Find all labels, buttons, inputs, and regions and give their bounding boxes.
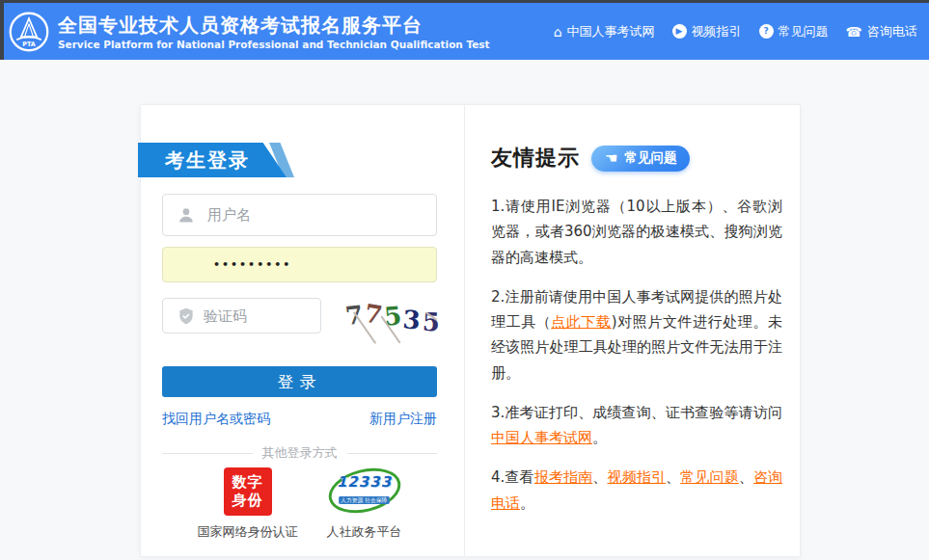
login-button[interactable]: 登录 — [162, 366, 437, 397]
home-icon: ⌂ — [554, 25, 562, 39]
12333-logo-icon: 12333 人力资源 社会保障 — [327, 467, 402, 516]
password-field-wrap — [162, 247, 437, 282]
tips-title: 友情提示 — [491, 144, 580, 173]
tip-inline-link[interactable]: 视频指引 — [607, 468, 666, 486]
faq-button-label: 常见问题 — [624, 149, 676, 167]
nav-item-faq[interactable]: ? 常见问题 — [759, 23, 829, 40]
header-nav: ⌂ 中国人事考试网 ▶ 视频指引 ? 常见问题 ☎ 咨询电话 — [554, 23, 917, 40]
captcha-image[interactable]: 77535 — [342, 290, 440, 340]
digital-identity-icon: 数字 身份 — [224, 467, 272, 516]
phone-icon: ☎ — [846, 25, 862, 39]
tips-header: 友情提示 ☚ 常见问题 — [491, 144, 782, 173]
nav-item-cpta-site[interactable]: ⌂ 中国人事考试网 — [554, 23, 655, 40]
username-field-wrap — [162, 194, 437, 236]
nav-item-hotline[interactable]: ☎ 咨询电话 — [846, 23, 917, 40]
digital-identity-label: 国家网络身份认证 — [198, 523, 298, 541]
tip-inline-link[interactable]: 点此下载 — [551, 313, 611, 331]
other-login-methods: 数字 身份 国家网络身份认证 12333 人力资源 社会保障 人社政务平台 — [162, 467, 437, 541]
site-header: PTA 全国专业技术人员资格考试报名服务平台 Service Platform … — [0, 3, 929, 60]
tip-item-3: 3.准考证打印、成绩查询、证书查验等请访问中国人事考试网。 — [491, 400, 782, 451]
renshe-12333-login[interactable]: 12333 人力资源 社会保障 人社政务平台 — [327, 467, 402, 541]
site-brand: PTA 全国专业技术人员资格考试报名服务平台 Service Platform … — [8, 11, 490, 53]
password-input[interactable] — [163, 248, 436, 281]
nav-label: 视频指引 — [692, 23, 742, 40]
tips-panel: 友情提示 ☚ 常见问题 1.请使用IE浏览器（10以上版本）、谷歌浏览器，或者3… — [491, 144, 782, 516]
tip-inline-link[interactable]: 中国人事考试网 — [491, 429, 592, 446]
nav-label: 常见问题 — [779, 23, 829, 40]
digital-identity-icon-text: 数字 — [232, 473, 263, 492]
nav-label: 咨询电话 — [867, 23, 917, 40]
question-icon: ? — [759, 24, 774, 39]
site-title: 全国专业技术人员资格考试报名服务平台 — [58, 13, 490, 37]
pta-logo-icon: PTA — [8, 11, 50, 53]
digital-identity-login[interactable]: 数字 身份 国家网络身份认证 — [198, 467, 298, 541]
digital-identity-icon-text: 身份 — [232, 492, 263, 510]
nav-label: 中国人事考试网 — [567, 23, 655, 40]
faq-button[interactable]: ☚ 常见问题 — [591, 146, 690, 172]
tip-item-1: 1.请使用IE浏览器（10以上版本）、谷歌浏览器，或者360浏览器的极速模式、搜… — [491, 194, 782, 270]
tip-item-2: 2.注册前请使用中国人事考试网提供的照片处理工具（点此下载)对照片文件进行处理。… — [491, 284, 782, 386]
nav-item-video-guide[interactable]: ▶ 视频指引 — [672, 23, 742, 40]
tip-inline-link[interactable]: 报考指南 — [534, 468, 593, 486]
12333-number: 12333 — [329, 475, 399, 490]
banner-ribbon: 考生登录 — [138, 143, 294, 177]
site-titles: 全国专业技术人员资格考试报名服务平台 Service Platform for … — [58, 13, 490, 50]
login-banner: 考生登录 — [138, 143, 294, 177]
12333-subtext: 人力资源 社会保障 — [339, 496, 389, 504]
other-login-label: 其他登录方式 — [262, 444, 338, 462]
account-links-row: 找回用户名或密码 新用户注册 — [162, 411, 437, 428]
svg-text:PTA: PTA — [22, 40, 36, 47]
captcha-field-wrap — [162, 298, 321, 333]
browser-top-line — [0, 0, 929, 3]
tip-inline-link[interactable]: 常见问题 — [680, 468, 739, 486]
renshe-platform-label: 人社政务平台 — [327, 523, 402, 541]
forgot-credentials-link[interactable]: 找回用户名或密码 — [162, 411, 270, 428]
other-login-divider: 其他登录方式 — [162, 444, 437, 462]
column-divider — [464, 105, 465, 556]
pointing-hand-icon: ☚ — [605, 151, 617, 166]
play-icon: ▶ — [672, 24, 687, 39]
user-icon — [177, 205, 196, 225]
register-link[interactable]: 新用户注册 — [369, 411, 437, 428]
username-input[interactable] — [163, 195, 436, 235]
left-edge-strip — [0, 0, 4, 60]
tip-item-4: 4.查看报考指南、视频指引、常见问题、咨询电话。 — [491, 465, 782, 516]
login-banner-title: 考生登录 — [165, 147, 250, 173]
site-subtitle: Service Platform for National Profession… — [58, 39, 490, 50]
shield-icon — [177, 307, 196, 326]
main-card: 考生登录 77535 登录 找回用户名或密码 新用户注册 其他登录方式 — [140, 104, 801, 557]
